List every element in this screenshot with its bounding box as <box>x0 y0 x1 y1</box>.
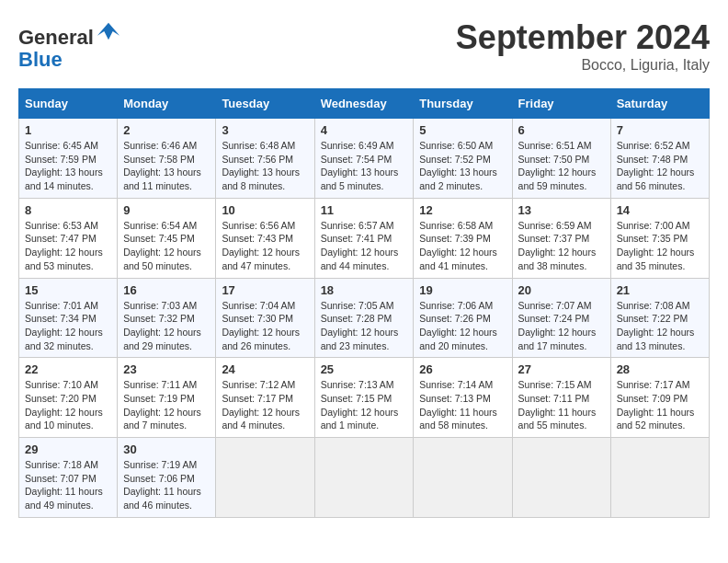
day-number: 5 <box>419 123 506 137</box>
day-info: Sunrise: 7:06 AMSunset: 7:26 PMDaylight:… <box>419 299 506 353</box>
day-number: 11 <box>321 203 408 217</box>
weekday-header-friday: Friday <box>512 89 610 119</box>
calendar-cell: 27 Sunrise: 7:15 AMSunset: 7:11 PMDaylig… <box>512 358 610 438</box>
weekday-header-monday: Monday <box>118 89 216 119</box>
calendar-cell: 4 Sunrise: 6:49 AMSunset: 7:54 PMDayligh… <box>314 119 414 199</box>
day-number: 23 <box>123 362 210 376</box>
location-subtitle: Bocco, Liguria, Italy <box>456 57 710 74</box>
day-number: 27 <box>518 362 605 376</box>
calendar-cell <box>512 438 610 518</box>
day-info: Sunrise: 7:11 AMSunset: 7:19 PMDaylight:… <box>123 378 210 432</box>
weekday-header-thursday: Thursday <box>414 89 512 119</box>
calendar-table: SundayMondayTuesdayWednesdayThursdayFrid… <box>18 88 710 518</box>
day-number: 16 <box>123 283 210 297</box>
calendar-cell: 29 Sunrise: 7:18 AMSunset: 7:07 PMDaylig… <box>19 438 118 518</box>
day-info: Sunrise: 7:17 AMSunset: 7:09 PMDaylight:… <box>617 378 703 432</box>
day-info: Sunrise: 7:18 AMSunset: 7:07 PMDaylight:… <box>25 458 111 512</box>
calendar-cell: 7 Sunrise: 6:52 AMSunset: 7:48 PMDayligh… <box>610 119 709 199</box>
day-number: 10 <box>222 203 308 217</box>
calendar-cell: 11 Sunrise: 6:57 AMSunset: 7:41 PMDaylig… <box>314 198 414 278</box>
day-number: 2 <box>123 123 210 137</box>
logo-bird-icon <box>96 18 121 44</box>
calendar-cell: 13 Sunrise: 6:59 AMSunset: 7:37 PMDaylig… <box>512 198 610 278</box>
day-info: Sunrise: 7:03 AMSunset: 7:32 PMDaylight:… <box>123 299 210 353</box>
calendar-week-1: 1 Sunrise: 6:45 AMSunset: 7:59 PMDayligh… <box>19 119 710 199</box>
day-number: 13 <box>518 203 605 217</box>
calendar-cell: 3 Sunrise: 6:48 AMSunset: 7:56 PMDayligh… <box>216 119 314 199</box>
day-info: Sunrise: 7:10 AMSunset: 7:20 PMDaylight:… <box>25 378 111 432</box>
day-info: Sunrise: 7:04 AMSunset: 7:30 PMDaylight:… <box>222 299 308 353</box>
day-number: 4 <box>321 123 408 137</box>
calendar-cell: 21 Sunrise: 7:08 AMSunset: 7:22 PMDaylig… <box>610 278 709 358</box>
day-number: 25 <box>321 362 408 376</box>
calendar-cell: 23 Sunrise: 7:11 AMSunset: 7:19 PMDaylig… <box>118 358 216 438</box>
day-info: Sunrise: 7:12 AMSunset: 7:17 PMDaylight:… <box>222 378 308 432</box>
day-number: 28 <box>617 362 703 376</box>
day-number: 30 <box>123 442 210 456</box>
day-info: Sunrise: 6:49 AMSunset: 7:54 PMDaylight:… <box>321 139 408 193</box>
logo-text: General Blue <box>18 18 121 71</box>
page-header: General Blue September 2024 Bocco, Ligur… <box>18 18 710 74</box>
day-number: 17 <box>222 283 308 297</box>
svg-marker-0 <box>97 23 119 40</box>
day-info: Sunrise: 6:46 AMSunset: 7:58 PMDaylight:… <box>123 139 210 193</box>
weekday-header-tuesday: Tuesday <box>216 89 314 119</box>
calendar-cell <box>314 438 414 518</box>
day-number: 9 <box>123 203 210 217</box>
day-info: Sunrise: 6:57 AMSunset: 7:41 PMDaylight:… <box>321 219 408 273</box>
calendar-cell: 1 Sunrise: 6:45 AMSunset: 7:59 PMDayligh… <box>19 119 118 199</box>
calendar-cell: 14 Sunrise: 7:00 AMSunset: 7:35 PMDaylig… <box>610 198 709 278</box>
calendar-cell <box>414 438 512 518</box>
day-info: Sunrise: 7:08 AMSunset: 7:22 PMDaylight:… <box>617 299 703 353</box>
day-info: Sunrise: 6:53 AMSunset: 7:47 PMDaylight:… <box>25 219 111 273</box>
calendar-cell: 25 Sunrise: 7:13 AMSunset: 7:15 PMDaylig… <box>314 358 414 438</box>
day-number: 8 <box>25 203 111 217</box>
calendar-cell: 9 Sunrise: 6:54 AMSunset: 7:45 PMDayligh… <box>118 198 216 278</box>
day-info: Sunrise: 6:45 AMSunset: 7:59 PMDaylight:… <box>25 139 111 193</box>
day-number: 15 <box>25 283 111 297</box>
logo: General Blue <box>18 18 121 71</box>
calendar-cell: 30 Sunrise: 7:19 AMSunset: 7:06 PMDaylig… <box>118 438 216 518</box>
day-number: 1 <box>25 123 111 137</box>
day-info: Sunrise: 6:51 AMSunset: 7:50 PMDaylight:… <box>518 139 605 193</box>
day-info: Sunrise: 7:01 AMSunset: 7:34 PMDaylight:… <box>25 299 111 353</box>
calendar-week-2: 8 Sunrise: 6:53 AMSunset: 7:47 PMDayligh… <box>19 198 710 278</box>
day-number: 22 <box>25 362 111 376</box>
weekday-header-saturday: Saturday <box>610 89 709 119</box>
day-number: 24 <box>222 362 308 376</box>
logo-general: General <box>18 26 94 49</box>
day-info: Sunrise: 6:48 AMSunset: 7:56 PMDaylight:… <box>222 139 308 193</box>
calendar-week-5: 29 Sunrise: 7:18 AMSunset: 7:07 PMDaylig… <box>19 438 710 518</box>
calendar-cell: 19 Sunrise: 7:06 AMSunset: 7:26 PMDaylig… <box>414 278 512 358</box>
calendar-cell: 10 Sunrise: 6:56 AMSunset: 7:43 PMDaylig… <box>216 198 314 278</box>
day-info: Sunrise: 6:58 AMSunset: 7:39 PMDaylight:… <box>419 219 506 273</box>
day-info: Sunrise: 7:19 AMSunset: 7:06 PMDaylight:… <box>123 458 210 512</box>
day-info: Sunrise: 7:07 AMSunset: 7:24 PMDaylight:… <box>518 299 605 353</box>
day-info: Sunrise: 7:00 AMSunset: 7:35 PMDaylight:… <box>617 219 703 273</box>
day-number: 14 <box>617 203 703 217</box>
calendar-cell: 22 Sunrise: 7:10 AMSunset: 7:20 PMDaylig… <box>19 358 118 438</box>
calendar-cell: 24 Sunrise: 7:12 AMSunset: 7:17 PMDaylig… <box>216 358 314 438</box>
calendar-week-4: 22 Sunrise: 7:10 AMSunset: 7:20 PMDaylig… <box>19 358 710 438</box>
day-info: Sunrise: 6:54 AMSunset: 7:45 PMDaylight:… <box>123 219 210 273</box>
day-info: Sunrise: 6:50 AMSunset: 7:52 PMDaylight:… <box>419 139 506 193</box>
calendar-week-3: 15 Sunrise: 7:01 AMSunset: 7:34 PMDaylig… <box>19 278 710 358</box>
calendar-cell <box>610 438 709 518</box>
day-number: 18 <box>321 283 408 297</box>
day-info: Sunrise: 6:52 AMSunset: 7:48 PMDaylight:… <box>617 139 703 193</box>
day-number: 20 <box>518 283 605 297</box>
day-number: 29 <box>25 442 111 456</box>
calendar-cell: 5 Sunrise: 6:50 AMSunset: 7:52 PMDayligh… <box>414 119 512 199</box>
day-number: 7 <box>617 123 703 137</box>
calendar-cell: 2 Sunrise: 6:46 AMSunset: 7:58 PMDayligh… <box>118 119 216 199</box>
calendar-cell: 26 Sunrise: 7:14 AMSunset: 7:13 PMDaylig… <box>414 358 512 438</box>
calendar-cell: 8 Sunrise: 6:53 AMSunset: 7:47 PMDayligh… <box>19 198 118 278</box>
calendar-cell: 17 Sunrise: 7:04 AMSunset: 7:30 PMDaylig… <box>216 278 314 358</box>
day-number: 26 <box>419 362 506 376</box>
calendar-cell: 16 Sunrise: 7:03 AMSunset: 7:32 PMDaylig… <box>118 278 216 358</box>
day-number: 6 <box>518 123 605 137</box>
day-number: 12 <box>419 203 506 217</box>
calendar-cell: 15 Sunrise: 7:01 AMSunset: 7:34 PMDaylig… <box>19 278 118 358</box>
day-number: 19 <box>419 283 506 297</box>
day-info: Sunrise: 6:56 AMSunset: 7:43 PMDaylight:… <box>222 219 308 273</box>
